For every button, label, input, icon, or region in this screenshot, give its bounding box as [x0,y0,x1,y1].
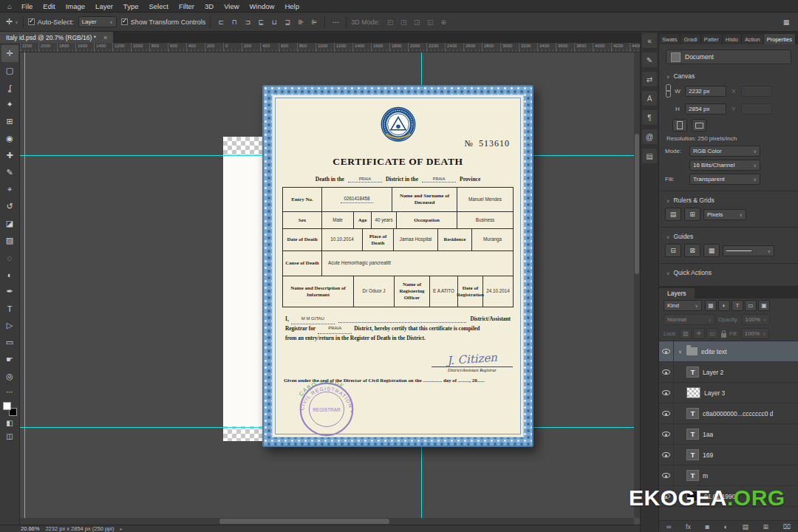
layer-mask-icon[interactable]: ◙ [706,523,709,531]
menu-item[interactable]: Type [118,1,144,11]
tab-layers[interactable]: Layers [659,288,695,299]
path-selection-tool-icon[interactable]: ▷ [1,317,18,334]
guide-vertical-left[interactable] [24,52,25,525]
canvas-area[interactable]: 2200200018001600140012001000800600400200… [20,43,640,525]
canvas-x-field[interactable] [741,86,772,97]
more-options-icon[interactable]: ⋯ [330,16,341,28]
align-middle-icon[interactable]: ⊔ [268,16,280,28]
layer-row[interactable]: ∨ edite text [659,341,798,362]
align-top-icon[interactable]: ⊑ [255,16,267,28]
toggle-rulers-icon[interactable]: ▤ [665,208,681,221]
layer-row[interactable]: c8a0000000...ccccccc0 d [659,403,798,424]
collapse-panels-icon[interactable]: « [642,33,657,48]
panel-tab[interactable]: Patter [701,34,723,44]
menu-item[interactable]: Filter [174,1,200,11]
shape-tool-icon[interactable]: ▭ [1,334,18,351]
foreground-background-colors[interactable] [3,402,17,416]
workspace-switcher-icon[interactable]: ▦ [780,16,792,28]
landscape-orientation-button[interactable] [692,119,706,132]
menu-item[interactable]: View [219,1,244,11]
clone-stamp-tool-icon[interactable]: ⌖ [1,181,18,198]
layer-style-icon[interactable]: fx [686,523,691,531]
layer-name[interactable]: Layer 3 [704,389,725,397]
layer-visibility-toggle[interactable] [659,383,674,403]
layer-filter-kind-dropdown[interactable]: Kind [664,300,702,311]
filter-pixel-layers-icon[interactable]: ▦ [705,300,717,311]
bit-depth-dropdown[interactable]: 16 Bits/Channel [689,160,760,171]
ruler-units-dropdown[interactable]: Pixels [703,209,746,220]
current-tool-icon[interactable]: ✛∨ [6,17,18,27]
layer-visibility-toggle[interactable] [659,403,674,423]
paragraph-panel-icon[interactable]: ¶ [642,110,657,125]
panel-tab[interactable]: Histo [723,34,742,44]
zoom-tool-icon[interactable]: ◎ [1,368,18,385]
menu-item[interactable]: 3D [200,1,219,11]
layer-row[interactable]: Layer 2 [659,362,798,383]
hand-tool-icon[interactable]: ☛ [1,351,18,368]
horizontal-scrollbar-thumb[interactable] [219,519,389,524]
dodge-tool-icon[interactable]: ◐ [1,266,18,283]
panel-tab[interactable]: Action [742,34,764,44]
color-mode-dropdown[interactable]: RGB Color [689,146,760,157]
character-panel-icon[interactable]: A [642,91,657,106]
glyphs-panel-icon[interactable]: @ [642,129,657,144]
canvas-section-header[interactable]: ∨ Canvas [659,67,798,82]
eyedropper-tool-icon[interactable]: ◉ [1,130,18,147]
toggle-grid-icon[interactable]: ⊞ [684,208,700,221]
portrait-orientation-button[interactable] [672,119,687,132]
filter-smart-objects-icon[interactable]: ▣ [758,300,770,311]
opacity-field[interactable]: 100% [742,314,770,325]
3d-scale-icon[interactable]: ⊕ [437,16,449,28]
canvas-fill-dropdown[interactable]: Transparent [689,174,760,185]
type-tool-icon[interactable]: T [1,300,18,317]
distribute-horizontal-icon[interactable]: ⊪ [295,16,307,28]
blend-mode-dropdown[interactable]: Normal [664,314,715,325]
3d-slide-icon[interactable]: ◱ [424,16,436,28]
delete-layer-icon[interactable]: ⌧ [783,523,791,531]
lock-guides-icon[interactable]: ⊠ [684,244,700,257]
close-tab-icon[interactable]: × [103,34,107,41]
checkbox-icon[interactable] [28,18,35,25]
layer-fill-field[interactable]: 100% [741,328,769,339]
foreground-color-chip[interactable] [3,402,11,410]
layer-row[interactable]: m [659,466,798,486]
quick-selection-tool-icon[interactable]: ✦ [1,96,18,113]
brush-settings-panel-icon[interactable]: ✎ [642,52,657,67]
quick-actions-section-header[interactable]: ∨ Quick Actions [659,263,798,279]
layer-visibility-toggle[interactable] [659,466,674,485]
align-bottom-icon[interactable]: ⊒ [282,16,293,28]
layer-name[interactable]: m [703,472,708,480]
vertical-scrollbar[interactable] [634,52,640,518]
distribute-vertical-icon[interactable]: ⊫ [308,16,320,28]
show-transform-controls-checkbox[interactable]: Show Transform Controls [121,18,206,26]
new-layer-icon[interactable]: ⊞ [763,523,768,531]
layer-name[interactable]: Layer 2 [703,369,723,376]
quick-mask-icon[interactable]: ◧ [1,416,18,429]
panel-tab[interactable]: Gradi [681,34,700,44]
home-icon[interactable]: ⌂ [3,2,16,10]
layer-visibility-toggle[interactable] [659,445,674,465]
auto-select-target-dropdown[interactable]: Layer [78,16,117,27]
layer-name[interactable]: c8a0000000...ccccccc0 d [703,410,773,417]
group-expand-caret[interactable]: ∨ [678,349,683,354]
layer-name[interactable]: edite text [701,348,727,355]
layer-visibility-toggle[interactable] [659,424,674,444]
brush-tool-icon[interactable]: ✎ [1,164,18,181]
canvas-viewport[interactable]: № 513610 CERTIFICATE OF DEATH Death in t… [20,52,640,525]
menu-item[interactable]: Help [279,1,304,11]
layer-visibility-toggle[interactable] [659,362,674,382]
auto-select-checkbox[interactable]: Auto-Select: [28,18,74,26]
menu-item[interactable]: Window [245,1,280,11]
document-type-field[interactable]: Document [666,50,791,64]
align-center-horizontal-icon[interactable]: ⊓ [228,16,240,28]
marquee-tool-icon[interactable]: ▢ [1,62,18,79]
layer-visibility-toggle[interactable] [659,341,674,361]
link-dimensions-icon[interactable] [665,83,670,98]
horizontal-scrollbar[interactable] [20,518,634,525]
align-right-icon[interactable]: ⊐ [242,16,253,28]
blur-tool-icon[interactable]: ◌ [1,249,18,266]
canvas-y-field[interactable] [741,103,772,115]
move-tool-icon[interactable]: ✛ [1,45,18,62]
clear-guides-icon[interactable]: ▦ [703,244,720,257]
canvas-width-field[interactable]: 2232 px [685,86,726,97]
